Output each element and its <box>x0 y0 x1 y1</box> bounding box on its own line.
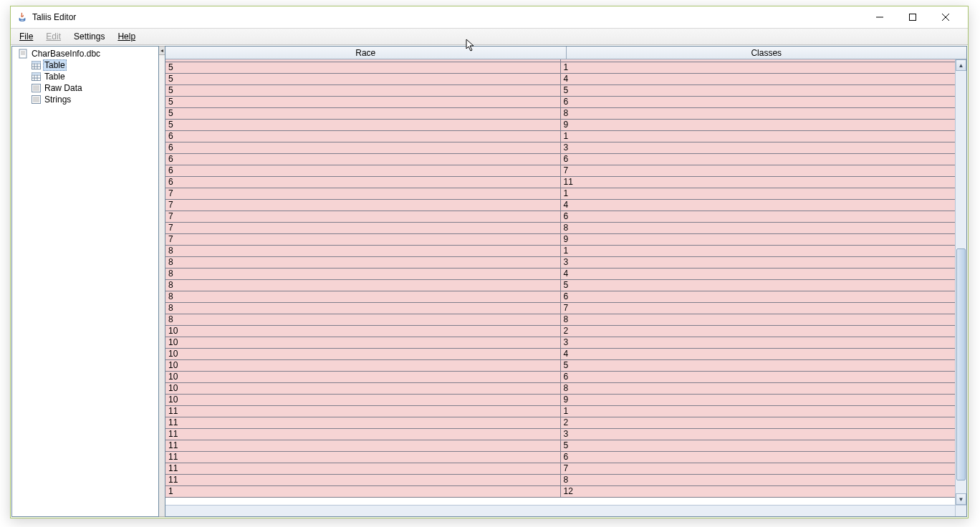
tree-item[interactable]: Raw Data <box>15 82 155 94</box>
table-row[interactable]: 88 <box>165 314 955 326</box>
table-row[interactable]: 113 <box>165 429 955 440</box>
table-cell[interactable]: 5 <box>165 97 561 107</box>
menu-file[interactable]: File <box>14 30 39 43</box>
table-row[interactable]: 106 <box>165 372 955 383</box>
table-cell[interactable]: 8 <box>561 383 956 394</box>
table-cell[interactable]: 5 <box>561 440 956 451</box>
table-cell[interactable]: 4 <box>561 269 956 279</box>
table-cell[interactable]: 6 <box>165 131 561 142</box>
table-cell[interactable]: 5 <box>561 280 956 291</box>
table-cell[interactable]: 6 <box>165 177 561 188</box>
table-cell[interactable]: 8 <box>561 475 956 485</box>
table-cell[interactable]: 11 <box>561 177 956 188</box>
table-cell[interactable]: 11 <box>165 452 561 463</box>
table-row[interactable]: 117 <box>165 463 955 475</box>
table-cell[interactable]: 11 <box>165 440 561 451</box>
table-cell[interactable]: 10 <box>165 326 561 337</box>
table-cell[interactable]: 3 <box>561 142 956 153</box>
table-cell[interactable]: 7 <box>165 200 561 211</box>
table-cell[interactable]: 7 <box>165 188 561 199</box>
table-row[interactable]: 56 <box>165 97 955 108</box>
table-row[interactable]: 115 <box>165 440 955 452</box>
table-row[interactable]: 109 <box>165 395 955 406</box>
table-cell[interactable]: 4 <box>561 200 956 211</box>
table-cell[interactable]: 5 <box>165 108 561 119</box>
table-cell[interactable]: 1 <box>561 188 956 199</box>
table-cell[interactable]: 5 <box>165 74 561 84</box>
table-row[interactable]: 78 <box>165 223 955 234</box>
scroll-down-button[interactable]: ▼ <box>956 493 966 505</box>
table-row[interactable]: 74 <box>165 200 955 211</box>
table-cell[interactable]: 3 <box>561 429 956 440</box>
table-cell[interactable]: 7 <box>165 223 561 233</box>
table-row[interactable]: 102 <box>165 326 955 337</box>
table-row[interactable]: 86 <box>165 291 955 303</box>
table-cell[interactable]: 10 <box>165 372 561 382</box>
table-row[interactable]: 85 <box>165 280 955 291</box>
table-cell[interactable]: 11 <box>561 59 956 62</box>
maximize-button[interactable] <box>896 6 929 28</box>
table-cell[interactable]: 8 <box>165 257 561 268</box>
table-cell[interactable]: 11 <box>165 417 561 428</box>
table-row[interactable]: 83 <box>165 257 955 269</box>
column-header-classes[interactable]: Classes <box>567 47 967 59</box>
scroll-up-button[interactable]: ▲ <box>956 59 966 71</box>
menu-help[interactable]: Help <box>112 30 141 43</box>
table-cell[interactable]: 5 <box>165 85 561 96</box>
close-button[interactable] <box>929 6 962 28</box>
table-cell[interactable]: 6 <box>165 142 561 153</box>
table-cell[interactable]: 10 <box>165 395 561 405</box>
table-cell[interactable]: 10 <box>165 383 561 394</box>
table-cell[interactable]: 8 <box>165 280 561 291</box>
table-cell[interactable]: 6 <box>165 165 561 176</box>
table-cell[interactable]: 9 <box>561 395 956 405</box>
table-row[interactable]: 54 <box>165 74 955 85</box>
table-row[interactable]: 118 <box>165 475 955 486</box>
horizontal-scrollbar[interactable] <box>165 505 955 516</box>
table-cell[interactable]: 4 <box>561 74 956 84</box>
table-cell[interactable]: 2 <box>561 417 956 428</box>
table-cell[interactable]: 8 <box>165 314 561 325</box>
table-cell[interactable]: 11 <box>165 429 561 440</box>
tree-item[interactable]: Table <box>15 71 155 82</box>
table-row[interactable]: 112 <box>165 486 955 498</box>
scroll-track[interactable] <box>956 71 966 493</box>
table-cell[interactable]: 4 <box>561 349 956 359</box>
table-cell[interactable]: 7 <box>561 303 956 314</box>
table-row[interactable]: 67 <box>165 165 955 177</box>
table-cell[interactable]: 8 <box>561 223 956 233</box>
splitter[interactable]: ◂ <box>159 46 165 517</box>
table-cell[interactable]: 5 <box>561 85 956 96</box>
tree-item[interactable]: Table <box>15 59 155 71</box>
table-row[interactable]: 59 <box>165 120 955 131</box>
table-cell[interactable]: 1 <box>561 406 956 417</box>
table-row[interactable]: 79 <box>165 234 955 246</box>
table-cell[interactable]: 3 <box>561 257 956 268</box>
table-cell[interactable]: 12 <box>561 486 956 497</box>
table-body[interactable]: 4115154555658596163666761171747678798183… <box>165 59 955 505</box>
table-cell[interactable]: 6 <box>561 97 956 107</box>
table-cell[interactable]: 6 <box>561 291 956 302</box>
table-cell[interactable]: 7 <box>561 463 956 474</box>
table-cell[interactable]: 10 <box>165 349 561 359</box>
table-cell[interactable]: 1 <box>561 131 956 142</box>
table-cell[interactable]: 1 <box>561 246 956 256</box>
table-cell[interactable]: 7 <box>165 211 561 222</box>
table-cell[interactable]: 1 <box>165 486 561 497</box>
table-cell[interactable]: 10 <box>165 337 561 348</box>
table-cell[interactable]: 5 <box>165 62 561 73</box>
table-row[interactable]: 105 <box>165 360 955 372</box>
table-row[interactable]: 71 <box>165 188 955 200</box>
table-cell[interactable]: 6 <box>561 154 956 165</box>
table-cell[interactable]: 5 <box>561 360 956 371</box>
table-cell[interactable]: 8 <box>165 246 561 256</box>
table-cell[interactable]: 6 <box>165 154 561 165</box>
table-cell[interactable]: 8 <box>165 291 561 302</box>
table-cell[interactable]: 1 <box>561 62 956 73</box>
table-cell[interactable]: 6 <box>561 372 956 382</box>
table-cell[interactable]: 11 <box>165 463 561 474</box>
table-row[interactable]: 63 <box>165 142 955 154</box>
table-row[interactable]: 84 <box>165 269 955 280</box>
table-cell[interactable]: 9 <box>561 234 956 245</box>
table-cell[interactable]: 6 <box>561 211 956 222</box>
